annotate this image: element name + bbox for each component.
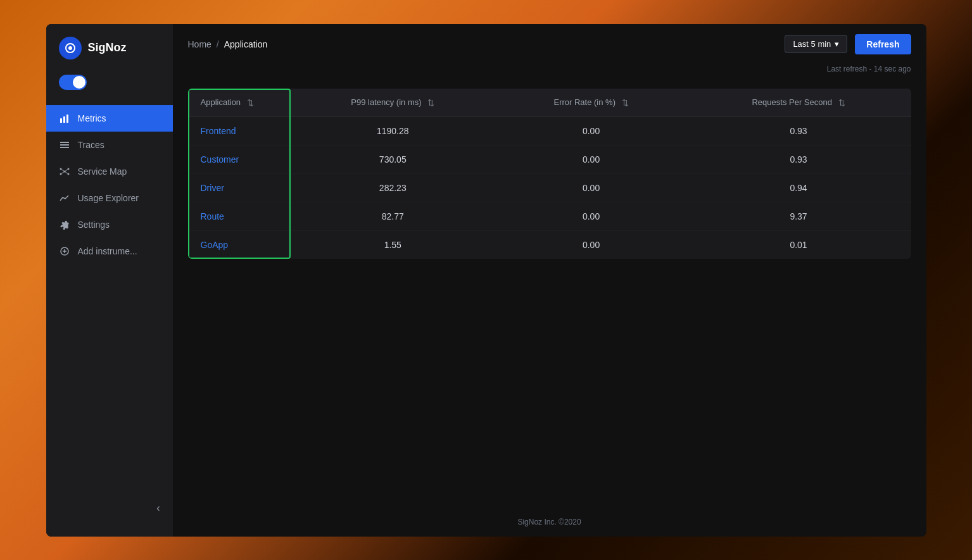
table-body: Frontend1190.280.000.93Customer730.050.0… <box>188 116 911 259</box>
time-range-select[interactable]: Last 5 min ▾ <box>785 35 847 53</box>
add-instrument-label: Add instrume... <box>78 246 137 256</box>
breadcrumb-current: Application <box>224 39 268 49</box>
page-content: Application ⇅ P99 latency (in ms) ⇅ Erro… <box>173 78 926 507</box>
table-row[interactable]: Driver282.230.000.94 <box>188 173 911 202</box>
svg-line-15 <box>61 171 65 174</box>
sidebar-item-metrics[interactable]: Metrics <box>46 105 173 132</box>
cell-p99latency: 82.77 <box>289 202 496 230</box>
cell-p99latency: 1190.28 <box>289 116 496 145</box>
breadcrumb: Home / Application <box>188 39 268 49</box>
sidebar: SigNoz Metrics <box>46 24 173 537</box>
sidebar-item-settings[interactable]: Settings <box>46 211 173 238</box>
table-row[interactable]: Frontend1190.280.000.93 <box>188 116 911 145</box>
applications-table: Application ⇅ P99 latency (in ms) ⇅ Erro… <box>188 89 911 259</box>
error-rate-sort-icon[interactable]: ⇅ <box>622 98 629 108</box>
sidebar-item-traces[interactable]: Traces <box>46 132 173 158</box>
logo-area: SigNoz <box>46 37 173 75</box>
svg-rect-2 <box>60 118 62 123</box>
app-name: SigNoz <box>88 41 127 54</box>
bar-chart-icon <box>59 113 70 124</box>
svg-line-13 <box>61 169 65 171</box>
svg-rect-4 <box>66 115 68 123</box>
cell-rps: 0.94 <box>686 173 911 202</box>
application-link[interactable]: Frontend <box>201 126 236 136</box>
application-link[interactable]: Driver <box>201 183 224 193</box>
refresh-button[interactable]: Refresh <box>855 34 911 54</box>
cell-error-rate: 0.00 <box>496 230 686 259</box>
usage-explorer-label: Usage Explorer <box>78 193 139 203</box>
error-rate-header-label: Error Rate (in %) <box>553 97 615 107</box>
chevron-down-icon: ▾ <box>835 39 839 49</box>
cell-p99latency: 282.23 <box>289 173 496 202</box>
application-link[interactable]: Customer <box>201 154 239 165</box>
breadcrumb-separator: / <box>217 39 219 49</box>
trend-icon <box>59 192 70 204</box>
application-header-label: Application <box>201 97 241 107</box>
table-header-row: Application ⇅ P99 latency (in ms) ⇅ Erro… <box>188 89 911 117</box>
application-link[interactable]: Route <box>201 211 224 221</box>
svg-rect-5 <box>60 142 69 143</box>
cell-error-rate: 0.00 <box>496 145 686 173</box>
svg-line-14 <box>65 169 68 171</box>
rps-header-label: Requests Per Second <box>752 97 831 107</box>
cell-p99latency: 730.05 <box>289 145 496 173</box>
topbar: Home / Application Last 5 min ▾ Refresh <box>173 24 926 65</box>
logo-icon <box>59 37 82 59</box>
svg-point-1 <box>68 46 72 50</box>
cell-application: Route <box>188 202 289 230</box>
cell-rps: 0.93 <box>686 116 911 145</box>
cell-rps: 0.01 <box>686 230 911 259</box>
theme-toggle[interactable] <box>59 75 87 90</box>
list-icon <box>59 139 70 151</box>
time-range-label: Last 5 min <box>793 39 831 49</box>
topbar-controls: Last 5 min ▾ Refresh <box>785 34 911 54</box>
col-header-rps[interactable]: Requests Per Second ⇅ <box>686 89 911 117</box>
plug-icon <box>59 246 70 257</box>
traces-label: Traces <box>78 140 104 150</box>
cell-application: GoApp <box>188 230 289 259</box>
cell-error-rate: 0.00 <box>496 202 686 230</box>
settings-label: Settings <box>78 220 110 230</box>
cell-error-rate: 0.00 <box>496 116 686 145</box>
p99-sort-icon[interactable]: ⇅ <box>427 98 434 108</box>
applications-table-wrapper: Application ⇅ P99 latency (in ms) ⇅ Erro… <box>188 89 911 259</box>
col-header-application[interactable]: Application ⇅ <box>188 89 289 117</box>
gear-icon <box>59 219 70 230</box>
svg-rect-7 <box>60 147 69 148</box>
network-icon <box>59 166 70 177</box>
cell-rps: 9.37 <box>686 202 911 230</box>
application-sort-icon[interactable]: ⇅ <box>247 98 254 108</box>
cell-p99latency: 1.55 <box>289 230 496 259</box>
page-footer: SigNoz Inc. ©2020 <box>173 507 926 537</box>
cell-application: Frontend <box>188 116 289 145</box>
metrics-label: Metrics <box>78 113 106 123</box>
col-header-error-rate[interactable]: Error Rate (in %) ⇅ <box>496 89 686 117</box>
main-content: Home / Application Last 5 min ▾ Refresh … <box>173 24 926 537</box>
table-row[interactable]: Route82.770.009.37 <box>188 202 911 230</box>
main-nav: Metrics Traces <box>46 105 173 492</box>
table-row[interactable]: GoApp1.550.000.01 <box>188 230 911 259</box>
footer-text: SigNoz Inc. ©2020 <box>517 518 581 526</box>
svg-line-16 <box>65 171 68 174</box>
cell-rps: 0.93 <box>686 145 911 173</box>
last-refresh-text: Last refresh - 14 sec ago <box>173 65 926 78</box>
service-map-label: Service Map <box>78 166 127 177</box>
svg-rect-6 <box>60 144 69 146</box>
sidebar-bottom: ‹ <box>46 492 173 524</box>
svg-rect-3 <box>63 116 65 123</box>
breadcrumb-home[interactable]: Home <box>188 39 211 49</box>
col-header-p99latency[interactable]: P99 latency (in ms) ⇅ <box>289 89 496 117</box>
application-link[interactable]: GoApp <box>201 240 229 250</box>
table-row[interactable]: Customer730.050.000.93 <box>188 145 911 173</box>
cell-application: Customer <box>188 145 289 173</box>
sidebar-item-add-instrument[interactable]: Add instrume... <box>46 238 173 264</box>
collapse-sidebar-button[interactable]: ‹ <box>156 502 160 514</box>
sidebar-item-service-map[interactable]: Service Map <box>46 158 173 185</box>
p99-header-label: P99 latency (in ms) <box>351 97 421 107</box>
cell-error-rate: 0.00 <box>496 173 686 202</box>
sidebar-item-usage-explorer[interactable]: Usage Explorer <box>46 185 173 211</box>
rps-sort-icon[interactable]: ⇅ <box>838 98 845 108</box>
cell-application: Driver <box>188 173 289 202</box>
